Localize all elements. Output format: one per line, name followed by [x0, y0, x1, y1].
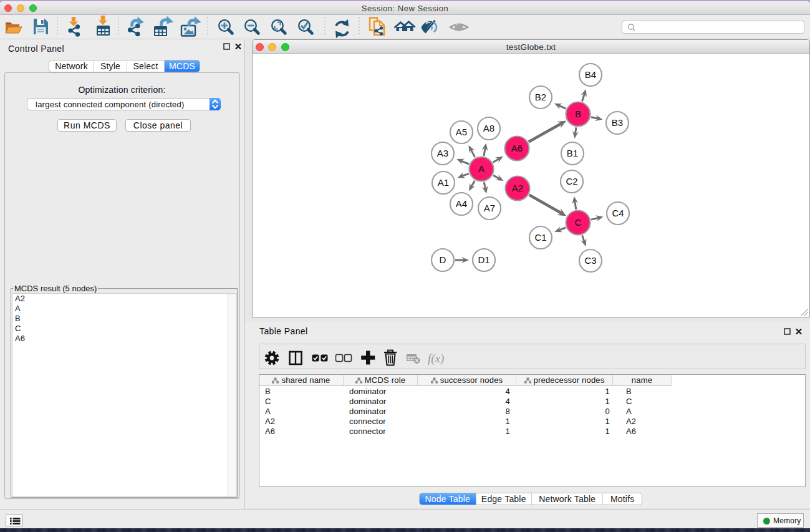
svg-text:B: B	[575, 109, 581, 119]
svg-text:A5: A5	[456, 127, 467, 137]
svg-text:D: D	[440, 254, 446, 265]
svg-text:A3: A3	[437, 148, 448, 158]
svg-text:A: A	[478, 163, 485, 174]
svg-text:A7: A7	[484, 203, 495, 213]
svg-text:B2: B2	[535, 92, 546, 102]
svg-text:A8: A8	[483, 123, 494, 133]
svg-text:C4: C4	[612, 208, 624, 218]
svg-text:B3: B3	[612, 117, 623, 128]
svg-text:C3: C3	[584, 255, 596, 266]
svg-text:C: C	[575, 217, 582, 228]
svg-text:f(x): f(x)	[428, 352, 444, 365]
svg-text:B4: B4	[585, 69, 596, 80]
svg-text:B1: B1	[567, 148, 578, 158]
svg-text:A1: A1	[438, 177, 449, 188]
svg-text:A4: A4	[456, 198, 467, 209]
svg-text:C2: C2	[566, 176, 577, 186]
svg-text:D1: D1	[478, 254, 489, 265]
svg-text:A6: A6	[511, 143, 523, 153]
svg-text:C1: C1	[534, 232, 546, 243]
svg-text:A2: A2	[512, 183, 523, 193]
